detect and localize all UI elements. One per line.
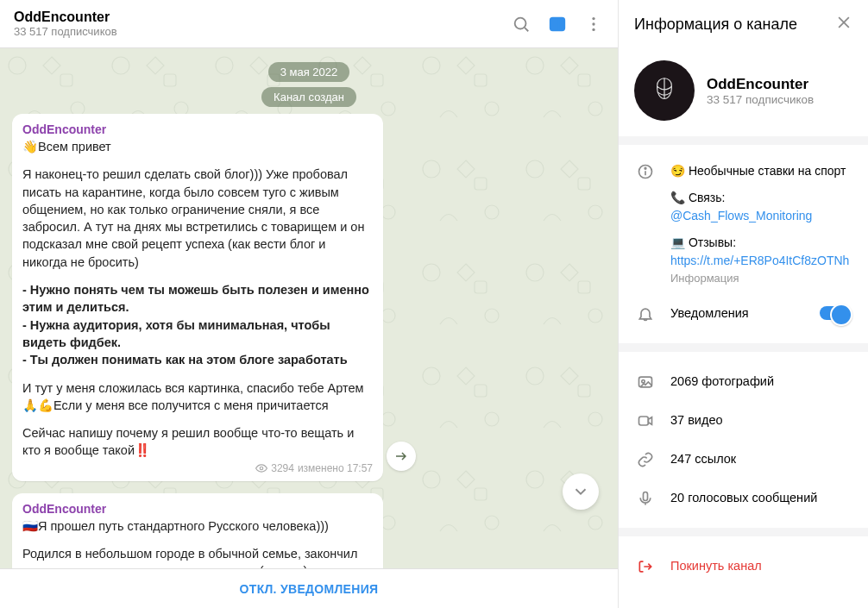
message-text: 🇷🇺Я прошел путь стандартного Русского че… bbox=[22, 517, 373, 535]
notifications-toggle[interactable] bbox=[820, 306, 851, 320]
message-bubble[interactable]: OddEncounter 🇷🇺Я прошел путь стандартног… bbox=[12, 493, 383, 568]
svg-point-12 bbox=[645, 167, 646, 169]
notifications-toggle-row[interactable]: Уведомления bbox=[619, 294, 868, 333]
share-button[interactable] bbox=[387, 442, 416, 471]
reviews-link[interactable]: https://t.me/+ER8Po4ItCf8zOTNh bbox=[670, 252, 851, 270]
close-icon[interactable] bbox=[835, 14, 852, 34]
views-icon bbox=[255, 462, 267, 474]
chat-subscribers: 33 517 подписчиков bbox=[14, 25, 511, 38]
message-text: Родился в небольшом городе в обычной сем… bbox=[22, 545, 373, 568]
panel-title: Информация о канале bbox=[634, 16, 835, 34]
links-row[interactable]: 247 ссылок bbox=[619, 440, 868, 479]
svg-rect-15 bbox=[639, 417, 649, 425]
links-count: 247 ссылок bbox=[670, 452, 736, 466]
scroll-to-bottom-button[interactable] bbox=[563, 473, 599, 510]
avatar[interactable] bbox=[634, 60, 695, 121]
message-text: 👋Всем привет bbox=[22, 138, 373, 155]
more-menu-icon[interactable] bbox=[583, 14, 604, 34]
message-text: Я наконец-то решил сделать свой блог))) … bbox=[22, 166, 373, 271]
contact-label: 📞 Связь: bbox=[670, 189, 851, 207]
channel-created-chip: Канал создан bbox=[261, 87, 356, 107]
microphone-icon bbox=[636, 489, 655, 507]
contact-link[interactable]: @Cash_Flows_Monitoring bbox=[670, 207, 851, 225]
svg-line-1 bbox=[525, 28, 528, 31]
message-bubble[interactable]: OddEncounter 👋Всем привет Я наконец-то р… bbox=[12, 114, 383, 481]
message-edited-time: изменено 17:57 bbox=[298, 462, 373, 474]
svg-rect-16 bbox=[644, 492, 648, 500]
message-sender[interactable]: OddEncounter bbox=[22, 122, 373, 136]
channel-description: 😏 Необычные ставки на спорт bbox=[670, 162, 851, 180]
info-caption: Информация bbox=[670, 270, 851, 287]
leave-channel-row[interactable]: Покинуть канал bbox=[619, 547, 868, 586]
photo-icon bbox=[636, 373, 655, 391]
leave-icon bbox=[636, 557, 655, 575]
svg-point-6 bbox=[592, 28, 594, 30]
bell-icon bbox=[636, 304, 655, 323]
message-text: - Нужно понять чем ты можешь быть полезе… bbox=[22, 281, 373, 368]
videos-count: 37 видео bbox=[670, 413, 723, 427]
svg-point-0 bbox=[515, 17, 526, 28]
search-icon[interactable] bbox=[511, 14, 531, 34]
svg-point-5 bbox=[592, 22, 594, 25]
svg-point-14 bbox=[642, 379, 645, 382]
channel-name: OddEncounter bbox=[707, 76, 814, 93]
message-text: И тут у меня сложилась вся картинка, спа… bbox=[22, 379, 373, 415]
sidebar-toggle-icon[interactable] bbox=[547, 14, 568, 34]
channel-profile[interactable]: OddEncounter 33 517 подписчиков bbox=[619, 48, 868, 136]
chat-header: OddEncounter 33 517 подписчиков bbox=[0, 0, 618, 48]
video-icon bbox=[636, 411, 655, 429]
channel-info-panel: Информация о канале OddEncounter 33 517 … bbox=[618, 0, 868, 608]
channel-description-row[interactable]: 😏 Необычные ставки на спорт 📞 Связь: @Ca… bbox=[619, 155, 868, 294]
photos-row[interactable]: 2069 фотографий bbox=[619, 362, 868, 401]
photos-count: 2069 фотографий bbox=[670, 374, 774, 388]
message-views: 3294 bbox=[271, 462, 294, 474]
svg-rect-2 bbox=[550, 17, 565, 30]
svg-point-7 bbox=[260, 467, 263, 470]
svg-point-4 bbox=[592, 16, 594, 19]
voice-row[interactable]: 20 голосовых сообщений bbox=[619, 479, 868, 517]
chat-body[interactable]: 3 мая 2022 Канал создан OddEncounter 👋Вс… bbox=[0, 48, 618, 568]
info-icon bbox=[636, 162, 655, 287]
date-chip[interactable]: 3 мая 2022 bbox=[268, 62, 350, 82]
message-sender[interactable]: OddEncounter bbox=[22, 502, 373, 516]
videos-row[interactable]: 37 видео bbox=[619, 401, 868, 440]
notifications-label: Уведомления bbox=[670, 306, 804, 320]
chat-title: OddEncounter bbox=[14, 9, 511, 25]
message-text: Сейчас напишу почему я решил вообще что-… bbox=[22, 424, 373, 460]
reviews-label: 💻 Отзывы: bbox=[670, 234, 851, 252]
link-icon bbox=[636, 450, 655, 468]
voice-count: 20 голосовых сообщений bbox=[670, 491, 817, 505]
mute-notifications-button[interactable]: ОТКЛ. УВЕДОМЛЕНИЯ bbox=[0, 568, 618, 608]
channel-subscribers: 33 517 подписчиков bbox=[707, 93, 814, 106]
leave-channel-label: Покинуть канал bbox=[670, 559, 762, 573]
chat-header-titles[interactable]: OddEncounter 33 517 подписчиков bbox=[14, 9, 511, 38]
